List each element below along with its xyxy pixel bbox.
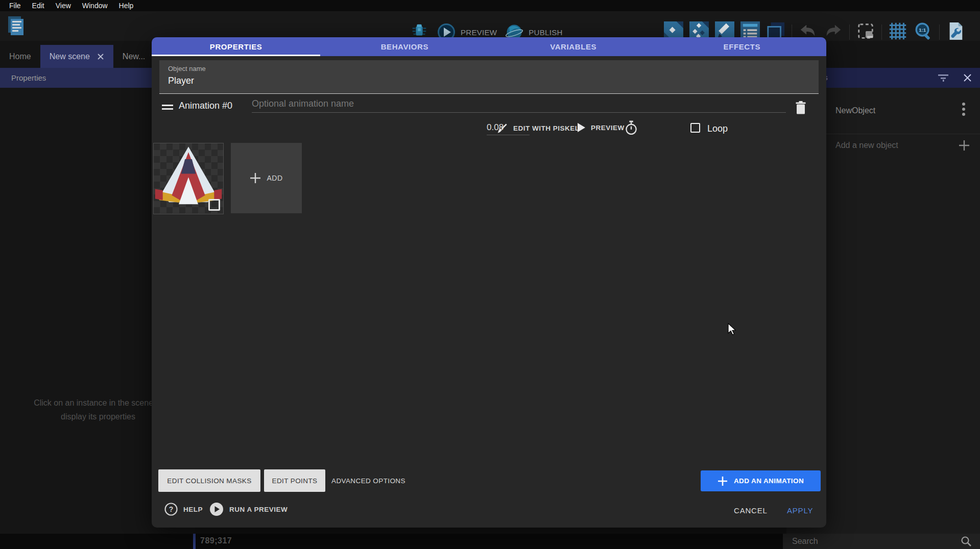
menu-help[interactable]: Help [114,2,139,10]
object-editor-dialog: PROPERTIES BEHAVIORS VARIABLES EFFECTS O… [152,37,826,528]
tab-variables-label: VARIABLES [550,42,596,51]
help-icon: ? [164,503,178,516]
close-panel-icon[interactable] [963,73,972,82]
help-label: HELP [183,506,203,513]
tab-home[interactable]: Home [0,45,40,68]
tab-properties-label: PROPERTIES [210,42,262,51]
search-bar [783,534,980,549]
plus-icon [718,476,728,486]
grid-icon [888,21,907,41]
project-manager-button[interactable] [5,14,28,40]
tab-behaviors-label: BEHAVIORS [381,42,428,51]
publish-label: PUBLISH [529,28,562,37]
project-settings-button[interactable] [946,21,965,43]
run-a-preview-button[interactable]: RUN A PREVIEW [209,502,288,516]
run-preview-icon [209,502,224,516]
tab-new-external-label: New... [123,52,145,61]
search-input[interactable] [783,537,961,546]
toolbar-separator [849,24,850,40]
edit-collision-masks-button[interactable]: EDIT COLLISION MASKS [158,469,260,492]
object-name-field: Object name [159,60,819,94]
animation-controls-row: EDIT WITH PISKEL PREVIEW Loop [152,120,826,141]
cancel-button[interactable]: CANCEL [728,503,774,518]
menu-window[interactable]: Window [77,2,113,10]
filter-icon[interactable] [938,73,949,83]
tab-properties[interactable]: PROPERTIES [152,37,320,56]
loop-checkbox[interactable] [690,123,700,133]
animation-drag-handle[interactable] [162,105,173,111]
trash-icon [795,101,807,115]
play-icon [577,122,586,133]
tab-new-scene-label: New scene [50,52,90,61]
zoom-ratio-label: 1:1 [919,27,926,33]
menu-bar: File Edit View Window Help [0,0,980,11]
plus-icon [250,172,261,184]
preview-animation-label: PREVIEW [591,124,625,132]
add-frame-label: ADD [267,174,282,182]
animation-name-input[interactable] [252,98,786,113]
selection-mask-button[interactable] [856,21,875,43]
close-tab-icon[interactable] [97,53,104,60]
redo-icon [824,21,843,41]
grid-button[interactable] [888,21,907,43]
animation-title: Animation #0 [179,101,232,111]
preview-animation-button[interactable]: PREVIEW [577,122,625,133]
dialog-tab-bar: PROPERTIES BEHAVIORS VARIABLES EFFECTS [152,37,826,56]
apply-button[interactable]: APPLY [781,503,819,518]
tab-behaviors[interactable]: BEHAVIORS [320,37,489,56]
delete-animation-button[interactable] [791,97,811,118]
loop-label: Loop [707,123,728,134]
search-icon[interactable] [961,536,972,547]
time-between-frames-input[interactable] [487,122,530,135]
add-an-animation-button[interactable]: ADD AN ANIMATION [701,470,821,491]
question-glyph: ? [169,505,174,513]
project-manager-icon [5,14,28,38]
redo-button[interactable] [824,21,843,43]
help-button[interactable]: ? HELP [164,503,203,516]
toolbar: PREVIEW PUBLISH [0,11,980,41]
object-item-label: NewObject [835,106,875,115]
add-frame-button[interactable]: ADD [231,143,302,213]
tab-effects[interactable]: EFFECTS [658,37,826,56]
object-name-label: Object name [168,65,206,72]
status-bar: 789;317 [0,534,980,549]
menu-view[interactable]: View [51,2,76,10]
gdevelop-app: File Edit View Window Help [0,0,980,549]
plus-icon[interactable] [958,139,970,152]
advanced-options-button[interactable]: ADVANCED OPTIONS [331,477,405,485]
preview-label: PREVIEW [461,28,497,37]
stopwatch-icon [624,120,638,136]
run-a-preview-label: RUN A PREVIEW [229,506,288,513]
tab-new-scene[interactable]: New scene [40,45,113,68]
tab-variables[interactable]: VARIABLES [489,37,658,56]
selection-mask-icon [856,21,875,41]
edit-points-button[interactable]: EDIT POINTS [264,469,325,492]
add-an-animation-label: ADD AN ANIMATION [734,477,804,485]
kebab-menu-icon[interactable] [962,102,965,116]
properties-panel-title: Properties [11,73,46,82]
tab-new-external[interactable]: New... [113,45,154,68]
object-name-input[interactable] [168,76,801,86]
toolbar-separator [881,24,882,40]
frame-select-checkbox[interactable] [208,199,220,211]
wrench-icon [946,21,965,41]
tab-effects-label: EFFECTS [724,42,761,51]
add-object-label: Add a new object [835,141,898,150]
animation-frame-thumbnail[interactable] [153,143,224,214]
cursor-coordinates: 789;317 [200,536,232,545]
zoom-1-1-button[interactable]: 1:1 [914,21,933,43]
toolbar-separator [939,24,940,40]
tab-home-label: Home [9,52,31,61]
zoom-1-1-icon: 1:1 [914,21,933,41]
menu-edit[interactable]: Edit [27,2,50,10]
panel-divider [193,534,196,549]
menu-file[interactable]: File [4,2,26,10]
